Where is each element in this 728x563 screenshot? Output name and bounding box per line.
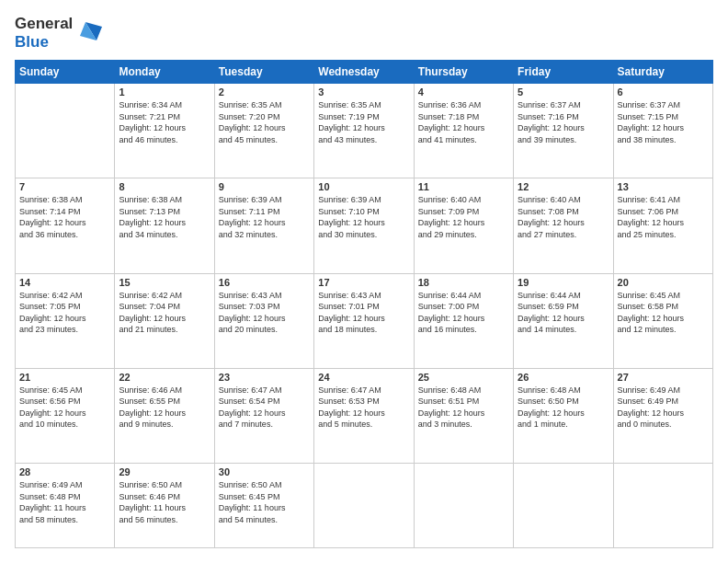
logo-icon — [76, 17, 104, 49]
day-cell: 16Sunrise: 6:43 AM Sunset: 7:03 PM Dayli… — [214, 273, 313, 368]
week-row-3: 14Sunrise: 6:42 AM Sunset: 7:05 PM Dayli… — [16, 273, 713, 368]
weekday-header-row: SundayMondayTuesdayWednesdayThursdayFrid… — [16, 61, 713, 84]
day-cell — [414, 463, 513, 547]
day-number: 4 — [418, 86, 509, 98]
day-info: Sunrise: 6:42 AM Sunset: 7:05 PM Dayligh… — [19, 290, 110, 336]
day-info: Sunrise: 6:50 AM Sunset: 6:46 PM Dayligh… — [119, 479, 210, 525]
day-cell: 14Sunrise: 6:42 AM Sunset: 7:05 PM Dayli… — [16, 273, 115, 368]
day-number: 8 — [119, 181, 210, 192]
week-row-4: 21Sunrise: 6:45 AM Sunset: 6:56 PM Dayli… — [16, 368, 713, 463]
day-number: 30 — [219, 466, 310, 477]
day-info: Sunrise: 6:43 AM Sunset: 7:01 PM Dayligh… — [318, 290, 409, 336]
day-number: 15 — [119, 277, 210, 288]
weekday-header-saturday: Saturday — [613, 61, 712, 84]
weekday-header-monday: Monday — [115, 61, 214, 84]
day-cell: 1Sunrise: 6:34 AM Sunset: 7:21 PM Daylig… — [115, 84, 214, 178]
week-row-5: 28Sunrise: 6:49 AM Sunset: 6:48 PM Dayli… — [16, 463, 713, 547]
day-info: Sunrise: 6:48 AM Sunset: 6:50 PM Dayligh… — [518, 385, 609, 431]
day-info: Sunrise: 6:50 AM Sunset: 6:45 PM Dayligh… — [219, 479, 310, 525]
week-row-2: 7Sunrise: 6:38 AM Sunset: 7:14 PM Daylig… — [16, 178, 713, 273]
day-cell: 24Sunrise: 6:47 AM Sunset: 6:53 PM Dayli… — [314, 368, 414, 463]
day-number: 24 — [318, 372, 409, 383]
day-cell: 21Sunrise: 6:45 AM Sunset: 6:56 PM Dayli… — [16, 368, 115, 463]
day-number: 14 — [19, 277, 110, 288]
day-cell: 23Sunrise: 6:47 AM Sunset: 6:54 PM Dayli… — [214, 368, 313, 463]
day-cell: 10Sunrise: 6:39 AM Sunset: 7:10 PM Dayli… — [314, 178, 414, 273]
weekday-header-thursday: Thursday — [414, 61, 513, 84]
day-cell: 12Sunrise: 6:40 AM Sunset: 7:08 PM Dayli… — [514, 178, 613, 273]
day-info: Sunrise: 6:38 AM Sunset: 7:13 PM Dayligh… — [119, 194, 210, 240]
day-cell: 25Sunrise: 6:48 AM Sunset: 6:51 PM Dayli… — [414, 368, 513, 463]
day-cell: 5Sunrise: 6:37 AM Sunset: 7:16 PM Daylig… — [514, 84, 613, 178]
day-info: Sunrise: 6:43 AM Sunset: 7:03 PM Dayligh… — [219, 290, 310, 336]
logo: General Blue — [15, 15, 104, 51]
day-cell: 18Sunrise: 6:44 AM Sunset: 7:00 PM Dayli… — [414, 273, 513, 368]
day-cell: 4Sunrise: 6:36 AM Sunset: 7:18 PM Daylig… — [414, 84, 513, 178]
day-info: Sunrise: 6:35 AM Sunset: 7:19 PM Dayligh… — [318, 99, 409, 145]
day-number: 23 — [219, 372, 310, 383]
day-number: 10 — [318, 181, 409, 192]
day-number: 17 — [318, 277, 409, 288]
day-cell: 28Sunrise: 6:49 AM Sunset: 6:48 PM Dayli… — [16, 463, 115, 547]
day-cell: 11Sunrise: 6:40 AM Sunset: 7:09 PM Dayli… — [414, 178, 513, 273]
day-cell: 26Sunrise: 6:48 AM Sunset: 6:50 PM Dayli… — [514, 368, 613, 463]
day-number: 18 — [418, 277, 509, 288]
weekday-header-wednesday: Wednesday — [314, 61, 414, 84]
day-cell: 29Sunrise: 6:50 AM Sunset: 6:46 PM Dayli… — [115, 463, 214, 547]
day-cell — [16, 84, 115, 178]
day-number: 16 — [219, 277, 310, 288]
day-info: Sunrise: 6:47 AM Sunset: 6:54 PM Dayligh… — [219, 385, 310, 431]
day-cell: 19Sunrise: 6:44 AM Sunset: 6:59 PM Dayli… — [514, 273, 613, 368]
logo-blue: Blue — [15, 33, 49, 51]
day-number: 29 — [119, 466, 210, 477]
day-number: 25 — [418, 372, 509, 383]
day-info: Sunrise: 6:49 AM Sunset: 6:48 PM Dayligh… — [19, 479, 110, 525]
day-info: Sunrise: 6:44 AM Sunset: 6:59 PM Dayligh… — [518, 290, 609, 336]
day-number: 6 — [618, 86, 709, 98]
weekday-header-sunday: Sunday — [16, 61, 115, 84]
day-number: 11 — [418, 181, 509, 192]
day-info: Sunrise: 6:40 AM Sunset: 7:08 PM Dayligh… — [518, 194, 609, 240]
day-number: 3 — [318, 86, 409, 98]
day-info: Sunrise: 6:45 AM Sunset: 6:58 PM Dayligh… — [618, 290, 709, 336]
day-cell — [613, 463, 712, 547]
header: General Blue — [15, 15, 713, 51]
day-number: 22 — [119, 372, 210, 383]
day-number: 19 — [518, 277, 609, 288]
day-info: Sunrise: 6:40 AM Sunset: 7:09 PM Dayligh… — [418, 194, 509, 240]
day-number: 9 — [219, 181, 310, 192]
day-number: 5 — [518, 86, 609, 98]
day-info: Sunrise: 6:35 AM Sunset: 7:20 PM Dayligh… — [219, 99, 310, 145]
day-number: 26 — [518, 372, 609, 383]
day-cell — [314, 463, 414, 547]
day-info: Sunrise: 6:44 AM Sunset: 7:00 PM Dayligh… — [418, 290, 509, 336]
day-cell — [514, 463, 613, 547]
day-number: 20 — [618, 277, 709, 288]
day-cell: 13Sunrise: 6:41 AM Sunset: 7:06 PM Dayli… — [613, 178, 712, 273]
day-info: Sunrise: 6:37 AM Sunset: 7:16 PM Dayligh… — [518, 99, 609, 145]
day-cell: 6Sunrise: 6:37 AM Sunset: 7:15 PM Daylig… — [613, 84, 712, 178]
day-info: Sunrise: 6:37 AM Sunset: 7:15 PM Dayligh… — [618, 99, 709, 145]
calendar: SundayMondayTuesdayWednesdayThursdayFrid… — [15, 60, 713, 548]
logo-general: General — [15, 15, 73, 32]
day-info: Sunrise: 6:45 AM Sunset: 6:56 PM Dayligh… — [19, 385, 110, 431]
day-cell: 3Sunrise: 6:35 AM Sunset: 7:19 PM Daylig… — [314, 84, 414, 178]
day-number: 13 — [618, 181, 709, 192]
day-number: 7 — [19, 181, 110, 192]
day-info: Sunrise: 6:39 AM Sunset: 7:11 PM Dayligh… — [219, 194, 310, 240]
day-cell: 2Sunrise: 6:35 AM Sunset: 7:20 PM Daylig… — [214, 84, 313, 178]
day-cell: 8Sunrise: 6:38 AM Sunset: 7:13 PM Daylig… — [115, 178, 214, 273]
day-info: Sunrise: 6:46 AM Sunset: 6:55 PM Dayligh… — [119, 385, 210, 431]
day-info: Sunrise: 6:41 AM Sunset: 7:06 PM Dayligh… — [618, 194, 709, 240]
day-info: Sunrise: 6:34 AM Sunset: 7:21 PM Dayligh… — [119, 99, 210, 145]
day-number: 1 — [119, 86, 210, 98]
day-cell: 22Sunrise: 6:46 AM Sunset: 6:55 PM Dayli… — [115, 368, 214, 463]
day-info: Sunrise: 6:48 AM Sunset: 6:51 PM Dayligh… — [418, 385, 509, 431]
weekday-header-friday: Friday — [514, 61, 613, 84]
day-info: Sunrise: 6:49 AM Sunset: 6:49 PM Dayligh… — [618, 385, 709, 431]
day-info: Sunrise: 6:42 AM Sunset: 7:04 PM Dayligh… — [119, 290, 210, 336]
day-info: Sunrise: 6:47 AM Sunset: 6:53 PM Dayligh… — [318, 385, 409, 431]
day-cell: 20Sunrise: 6:45 AM Sunset: 6:58 PM Dayli… — [613, 273, 712, 368]
day-cell: 17Sunrise: 6:43 AM Sunset: 7:01 PM Dayli… — [314, 273, 414, 368]
day-cell: 9Sunrise: 6:39 AM Sunset: 7:11 PM Daylig… — [214, 178, 313, 273]
